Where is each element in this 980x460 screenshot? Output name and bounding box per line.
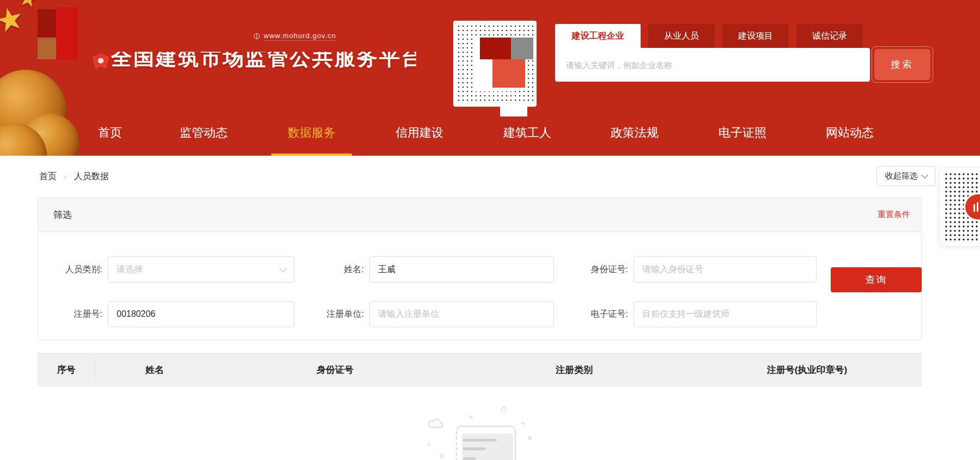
id-number-label: 身份证号: — [567, 264, 628, 275]
field-person-category: 人员类别: 请选择 — [53, 256, 294, 283]
empty-results-area: × + × — [0, 387, 980, 460]
nav-item-home[interactable]: 首页 — [98, 112, 122, 156]
reg-unit-input[interactable] — [369, 301, 554, 327]
circle-decor — [528, 436, 532, 440]
nav-item-data-service[interactable]: 数据服务 — [288, 112, 336, 156]
empty-document-illustration — [456, 426, 516, 460]
building-icon — [973, 202, 980, 212]
search-panel — [555, 48, 870, 82]
document-line — [463, 457, 476, 460]
cloud-icon — [428, 416, 447, 428]
collapse-filter-label: 收起筛选 — [885, 171, 918, 181]
qr-pattern — [944, 172, 980, 242]
person-category-label: 人员类别: — [53, 264, 102, 275]
censor-block — [38, 38, 56, 59]
nav-item-credit[interactable]: 信用建设 — [395, 112, 443, 156]
qr-center-logo — [964, 193, 980, 221]
document-line — [463, 447, 486, 450]
search-tab-personnel[interactable]: 从业人员 — [648, 24, 715, 48]
site-title-wrap: 全国建筑市场监管公共服务平台 — [111, 52, 416, 72]
nav-item-news[interactable]: 监管动态 — [180, 112, 228, 156]
select-placeholder: 请选择 — [117, 264, 143, 275]
site-url: www.mohurd.gov.cn — [264, 32, 336, 41]
field-id-number: 身份证号: — [567, 256, 817, 283]
qr-code-center — [453, 21, 537, 107]
breadcrumb-home[interactable]: 首页 — [39, 171, 57, 182]
circle-decor — [501, 407, 507, 412]
plus-mark-decor: + — [520, 418, 526, 430]
site-title: 全国建筑市场监管公共服务平台 — [111, 52, 416, 69]
filter-panel: 筛选 重置条件 人员类别: 请选择 姓名: 身份证号: 注册号: 注册单位: — [38, 198, 922, 340]
censor-block — [511, 38, 533, 59]
field-reg-number: 注册号: — [53, 301, 294, 327]
nav-item-site-news[interactable]: 网站动态 — [826, 112, 874, 156]
circle-decor — [440, 454, 444, 458]
site-url-row: www.mohurd.gov.cn — [254, 32, 336, 41]
reg-number-label: 注册号: — [53, 309, 102, 320]
field-name: 姓名: — [306, 256, 554, 283]
page: ★ ★ www.mohurd.gov.cn 全国建筑市场监管公共服务平台 建设工… — [0, 0, 980, 460]
column-header-reg-type: 注册类别 — [456, 364, 692, 376]
search-tab-enterprise[interactable]: 建设工程企业 — [555, 24, 641, 48]
column-header-name: 姓名 — [95, 364, 214, 376]
query-button[interactable]: 查询 — [831, 267, 922, 292]
globe-icon — [254, 33, 260, 39]
x-mark-decor: × — [468, 413, 473, 422]
column-header-index: 序号 — [38, 361, 95, 379]
name-input[interactable] — [369, 256, 554, 283]
column-header-reg-number: 注册号(执业印章号) — [692, 364, 922, 376]
chevron-down-icon — [921, 171, 928, 179]
document-panel — [462, 433, 513, 460]
qr-code-card — [939, 167, 980, 247]
nav-item-workers[interactable]: 建筑工人 — [503, 112, 551, 156]
breadcrumb-current: 人员数据 — [74, 171, 109, 182]
search-tab-credit[interactable]: 诚信记录 — [796, 24, 863, 48]
document-line — [463, 439, 497, 441]
censor-block — [56, 7, 78, 59]
breadcrumb-separator-icon: › — [64, 171, 67, 182]
filter-header: 筛选 重置条件 — [38, 198, 921, 232]
e-cert-label: 电子证号: — [567, 309, 628, 320]
results-table-header: 序号 姓名 身份证号 注册类别 注册号(执业印章号) — [38, 353, 922, 387]
id-number-input[interactable] — [634, 256, 817, 283]
censor-block — [492, 59, 525, 88]
search-button[interactable]: 搜索 — [874, 49, 930, 80]
reg-number-input[interactable] — [108, 301, 294, 327]
search-tab-project[interactable]: 建设项目 — [722, 24, 789, 48]
person-category-select[interactable]: 请选择 — [108, 256, 294, 283]
reg-unit-label: 注册单位: — [306, 309, 364, 320]
x-mark-decor: × — [427, 440, 431, 449]
filter-title: 筛选 — [53, 208, 72, 221]
site-logo — [93, 53, 109, 70]
column-header-id-number: 身份证号 — [214, 364, 456, 376]
nav-item-policy[interactable]: 政策法规 — [611, 112, 659, 156]
field-e-cert: 电子证号: — [567, 301, 817, 327]
search-button-wrap: 搜索 — [872, 46, 933, 83]
nav-item-e-cert[interactable]: 电子证照 — [719, 112, 766, 156]
breadcrumb: 首页 › 人员数据 — [39, 171, 109, 182]
censor-block — [38, 9, 56, 38]
collapse-filter-button[interactable]: 收起筛选 — [876, 166, 935, 186]
reset-conditions-link[interactable]: 重置条件 — [878, 210, 910, 220]
search-tabs: 建设工程企业 从业人员 建设项目 诚信记录 — [555, 24, 863, 48]
chevron-down-icon — [279, 265, 287, 272]
field-reg-unit: 注册单位: — [306, 301, 554, 327]
censor-block — [480, 38, 511, 59]
name-label: 姓名: — [306, 264, 364, 275]
search-input[interactable] — [555, 48, 870, 82]
active-nav-underline — [271, 154, 352, 156]
site-header: ★ ★ www.mohurd.gov.cn 全国建筑市场监管公共服务平台 建设工… — [0, 0, 980, 156]
e-cert-input[interactable] — [634, 301, 817, 327]
